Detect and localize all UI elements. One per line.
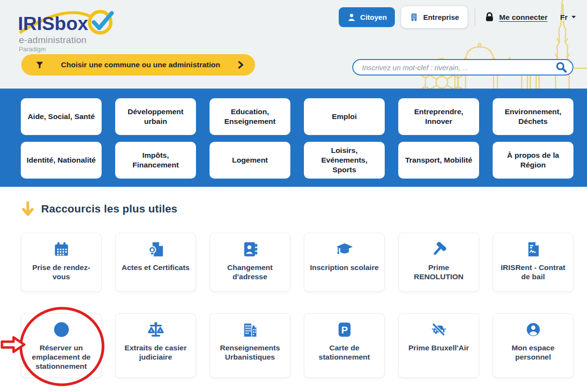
irisbox-logo-art: IRISbox: [17, 3, 133, 37]
caret-down-icon: [571, 15, 576, 19]
citoyen-button[interactable]: Citoyen: [339, 7, 395, 27]
graduation-cap-icon: [336, 241, 353, 258]
search-icon[interactable]: [555, 61, 568, 74]
certificate-icon: [147, 241, 165, 258]
shortcut-card-reserver-stationnement[interactable]: Réserver un emplacement de stationnement: [21, 313, 102, 378]
shortcut-label: Renseignements Urbanistiques: [214, 344, 286, 362]
category-label: Environnement, Déchets: [505, 107, 561, 125]
shortcut-card-espace-personnel[interactable]: Mon espace personnel: [493, 313, 573, 378]
entreprise-button[interactable]: Entreprise: [401, 6, 467, 28]
shortcut-card-prime-bruxellair[interactable]: Prime Bruxell'Air: [398, 313, 479, 378]
shortcuts-grid: Prise de rendez-vous Actes et Certificat…: [21, 233, 573, 378]
shortcuts-heading: Raccourcis les plus utiles: [22, 200, 178, 218]
category-label: Entreprendre, Innover: [414, 107, 464, 125]
login-label: Me connecter: [499, 13, 548, 22]
category-aide-social-sante[interactable]: Aide, Social, Santé: [21, 98, 102, 135]
choose-commune-label: Choisir une commune ou une administratio…: [44, 60, 237, 69]
citoyen-label: Citoyen: [360, 13, 387, 21]
category-label: Emploi: [332, 112, 357, 121]
logo-subtitle: e-administration: [19, 35, 87, 45]
person-icon: [347, 13, 356, 22]
category-label: Logement: [232, 156, 268, 164]
city-icon: [241, 321, 259, 338]
category-label: Education, Enseignement: [225, 107, 276, 125]
lock-icon: [484, 12, 495, 23]
address-book-icon: [241, 241, 259, 258]
shortcut-card-prime-renolution[interactable]: Prime RENOLUTION: [398, 233, 479, 292]
shortcut-label: Inscription scolaire: [310, 263, 378, 272]
filter-icon: [35, 60, 44, 70]
category-entreprendre-innover[interactable]: Entreprendre, Innover: [398, 98, 479, 135]
category-transport-mobilite[interactable]: Transport, Mobilité: [398, 142, 479, 179]
category-label: Aide, Social, Santé: [28, 112, 95, 121]
scales-icon: [147, 321, 165, 338]
entreprise-label: Entreprise: [423, 13, 459, 21]
svg-text:P: P: [341, 325, 348, 335]
category-identite-nationalite[interactable]: Identité, Nationalité: [21, 142, 102, 179]
category-label: Transport, Mobilité: [405, 156, 472, 164]
no-car-icon: [430, 321, 448, 338]
topbar: Citoyen Entreprise: [339, 6, 576, 28]
shortcut-label: Prise de rendez-vous: [26, 263, 97, 282]
shortcut-card-rendez-vous[interactable]: Prise de rendez-vous: [21, 233, 102, 292]
category-band: Aide, Social, Santé Développement urbain…: [0, 89, 587, 187]
logo-wordmark: IRISbox: [18, 13, 88, 34]
shortcut-label: Mon espace personnel: [497, 344, 569, 362]
shortcut-label: IRISRent - Contrat de bail: [497, 263, 569, 282]
category-impots-financement[interactable]: Impôts, Financement: [115, 142, 196, 179]
category-emploi[interactable]: Emploi: [304, 98, 385, 135]
search-input[interactable]: [353, 63, 555, 72]
category-logement[interactable]: Logement: [210, 142, 290, 179]
language-selector[interactable]: Fr: [560, 13, 577, 22]
category-loisirs-evenements-sports[interactable]: Loisirs, Evénements, Sports: [304, 142, 385, 179]
header: IRISbox e-administration Paradigm Citoye…: [0, 0, 587, 89]
category-label: Impôts, Financement: [133, 151, 179, 169]
shortcut-label: Actes et Certificats: [121, 263, 189, 272]
choose-commune-button[interactable]: Choisir une commune ou une administratio…: [21, 54, 255, 75]
hammer-icon: [430, 241, 448, 258]
shortcut-label: Réserver un emplacement de stationnement: [26, 344, 97, 371]
category-environnement-dechets[interactable]: Environnement, Déchets: [493, 98, 573, 135]
login-link[interactable]: Me connecter: [484, 12, 548, 23]
user-circle-icon: [525, 321, 542, 338]
shortcut-card-casier-judiciaire[interactable]: Extraits de casier judiciaire: [115, 313, 196, 378]
logo-byline: Paradigm: [19, 45, 46, 53]
topbar-divider: [475, 8, 475, 26]
shortcut-label: Prime Bruxell'Air: [408, 344, 469, 353]
shortcut-card-changement-adresse[interactable]: Changement d'adresse: [210, 233, 290, 292]
language-label: Fr: [560, 13, 568, 22]
category-label: Développement urbain: [128, 107, 183, 125]
parking-icon: P: [336, 321, 353, 338]
no-entry-icon: [53, 321, 70, 338]
shortcuts-title: Raccourcis les plus utiles: [41, 203, 178, 215]
shortcut-card-irisrent[interactable]: IRISRent - Contrat de bail: [493, 233, 573, 292]
category-label: À propos de la Région: [507, 151, 559, 169]
search-bar: [352, 59, 573, 75]
category-education-enseignement[interactable]: Education, Enseignement: [210, 98, 290, 135]
category-grid: Aide, Social, Santé Développement urbain…: [21, 98, 573, 179]
shortcut-label: Changement d'adresse: [214, 263, 286, 282]
chevron-right-icon: [237, 60, 244, 69]
shortcut-label: Extraits de casier judiciaire: [120, 344, 191, 362]
shortcut-card-inscription-scolaire[interactable]: Inscription scolaire: [304, 233, 385, 292]
down-arrow-icon: [22, 200, 34, 218]
calendar-icon: [53, 241, 70, 258]
shortcut-card-carte-stationnement[interactable]: P Carte de stationnement: [304, 313, 385, 378]
shortcut-card-renseignements-urbanistiques[interactable]: Renseignements Urbanistiques: [210, 313, 290, 378]
contract-icon: [525, 241, 542, 258]
shortcut-label: Carte de stationnement: [309, 344, 380, 362]
shortcut-card-actes-certificats[interactable]: Actes et Certificats: [115, 233, 196, 292]
irisbox-logo[interactable]: IRISbox e-administration Paradigm: [17, 3, 133, 56]
shortcut-label: Prime RENOLUTION: [403, 263, 474, 282]
category-label: Loisirs, Evénements, Sports: [321, 146, 368, 174]
irisbox-homepage: IRISbox e-administration Paradigm Citoye…: [0, 0, 587, 392]
building-icon: [409, 13, 419, 22]
category-label: Identité, Nationalité: [27, 156, 96, 164]
category-a-propos-region[interactable]: À propos de la Région: [493, 142, 573, 179]
category-developpement-urbain[interactable]: Développement urbain: [115, 98, 196, 135]
